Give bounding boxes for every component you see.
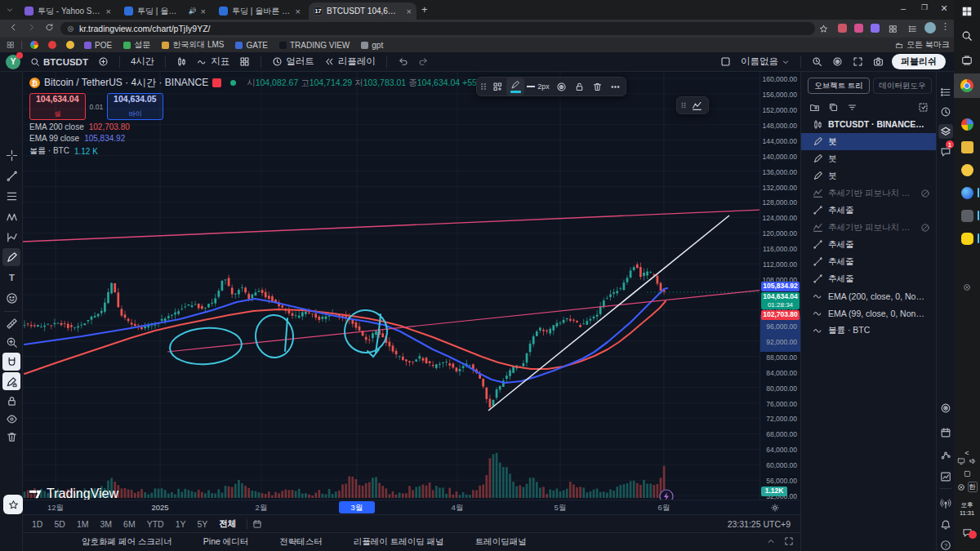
window-minimize-button[interactable]: – [893,3,913,13]
bookmark-star-button[interactable] [819,22,828,37]
favorites-star-button[interactable] [3,495,23,514]
remove-drawings-tool[interactable] [2,428,20,446]
forward-button[interactable] [24,20,38,38]
tree-item[interactable]: 추세기반 피보나치 확장 [801,219,937,236]
tree-item[interactable]: 붓 [801,133,937,150]
fib-extension-tool-button[interactable] [688,96,706,114]
taskbar-app-button[interactable] [957,114,977,134]
line-width-button[interactable]: 2px [524,78,552,96]
ideas-button[interactable] [938,448,953,463]
trendline-tool[interactable] [2,167,20,184]
taskbar-clock[interactable]: 오후 11:31 [954,501,980,517]
bookmark-item[interactable]: 설문 [123,39,150,51]
tab-object-tree[interactable]: 오브젝트 트리 [808,78,870,94]
back-button[interactable] [7,20,20,38]
window-close-button[interactable]: ✕ [936,3,952,14]
replay-button[interactable]: 리플레이 [319,53,381,71]
bookmark-item[interactable]: 한국외대 LMS [162,39,224,51]
tree-item[interactable]: 추세줄 [801,253,937,270]
tree-item[interactable]: 붓 [801,167,937,184]
profile-avatar[interactable] [924,22,936,33]
extensions-puzzle-icon[interactable] [889,22,898,37]
layout-grid-button[interactable] [234,53,255,71]
help-button[interactable]: ? [938,538,953,551]
chart-pane[interactable]: ₿Bitcoin / TetherUS · 4시간 · BINANCE시104,… [23,72,760,500]
calendar-button[interactable] [938,425,953,440]
extension-icon[interactable] [838,24,847,33]
ema99-legend-row[interactable]: EMA 99 close105,834.92 [29,134,531,143]
drag-handle[interactable] [479,78,488,96]
time-axis[interactable]: 12월20252월3월4월5월6월 [23,500,800,514]
style-settings-button[interactable] [552,78,570,96]
bookmark-item[interactable]: gpt [361,41,383,50]
emoji-tool[interactable] [2,289,20,307]
range-button-5y[interactable]: 5Y [192,519,214,529]
streams-button[interactable] [938,496,953,511]
tree-item[interactable]: 붓 [801,150,937,167]
layout-name-button[interactable]: 이름없음 [736,53,795,71]
alert-button[interactable]: 얼러트 [267,53,319,71]
browser-tab[interactable]: 투딩 - Yahoo Search Results× [20,2,116,20]
ruler-tool[interactable] [2,314,20,332]
settings-button[interactable] [827,53,848,71]
snapshot-button[interactable] [868,53,889,71]
range-button-1m[interactable]: 1M [71,519,95,529]
tree-item[interactable]: EMA (99, close, 0, None, 14, 2) [801,304,937,322]
object-tree-button[interactable] [938,124,953,139]
symbol-search-button[interactable]: BTCUSDT [25,53,93,71]
tab-close-icon[interactable]: × [296,7,301,16]
range-button-전체[interactable]: 전체 [213,518,242,530]
user-avatar[interactable]: Y [6,55,20,69]
indicators-button[interactable]: 지표 [192,53,234,71]
clone-button[interactable] [828,102,839,113]
bookmark-item[interactable]: TRADING VIEW [279,41,350,50]
bottom-tab[interactable]: 리플레이 트레이딩 패널 [354,536,444,548]
all-bookmarks-button[interactable]: 🗀모든 북마크 [895,39,950,51]
fib-mini-toolbar[interactable] [676,96,709,114]
brush-tool[interactable] [2,248,20,266]
browser-tab[interactable]: 17BTCUSDT 104,634.05 ▲ +0.04× [309,2,416,20]
brush-color-button[interactable] [506,78,524,96]
bookmark-favicon[interactable] [66,41,74,49]
start-button[interactable] [957,2,977,21]
tree-item[interactable]: 볼륨 · BTC [801,322,937,339]
tree-item[interactable]: 추세줄 [801,236,937,253]
template-button[interactable] [488,78,506,96]
taskbar-duck-button[interactable] [957,160,977,180]
new-group-button[interactable] [809,102,820,113]
compare-add-button[interactable] [93,53,114,71]
delete-drawing-button[interactable] [588,78,606,96]
extension-icon[interactable] [871,24,880,33]
panel-collapse-button[interactable] [766,536,776,548]
tab-audio-icon[interactable]: 🔊 [189,7,197,15]
sell-button[interactable]: 104,634.04셀 [29,93,86,120]
fullscreen-button[interactable] [848,53,868,71]
select-drawings-button[interactable] [918,102,929,113]
forecast-tool[interactable] [2,228,20,246]
alerts-button[interactable] [938,104,953,119]
tab-data-window[interactable]: 데이터윈도우 [873,78,932,94]
lock-all-tool[interactable] [2,392,20,410]
bookmark-favicon[interactable] [30,41,38,49]
tab-close-icon[interactable]: × [201,7,206,16]
ime-indicator[interactable]: 한 [968,482,978,492]
tab-groups-icon[interactable] [908,22,917,37]
tab-close-icon[interactable]: × [106,7,111,16]
zoom-in-tool[interactable] [2,333,20,351]
buy-button[interactable]: 104,634.05바이 [107,93,163,120]
hotlist-button[interactable] [938,401,953,415]
redo-button[interactable] [413,53,434,71]
bookmark-item[interactable]: POE [84,41,112,50]
bookmark-favicon[interactable] [48,41,56,49]
my-charts-button[interactable] [938,469,953,484]
bottom-tab[interactable]: 트레이딩패널 [475,536,527,548]
taskbar-app2-button[interactable] [957,206,977,225]
tree-item[interactable]: EMA (200, close, 0, None, 14, 2) [801,287,937,304]
save-layout-button[interactable] [715,53,736,71]
magnet-tool[interactable] [2,353,20,371]
unlock-button[interactable] [570,78,588,96]
range-button-1d[interactable]: 1D [26,519,48,529]
legend-symbol-title[interactable]: Bitcoin / TetherUS · 4시간 · BINANCE [44,76,208,90]
extension-icon[interactable] [854,24,863,33]
clock-display[interactable]: 23:31:25 UTC+9 [728,519,791,529]
